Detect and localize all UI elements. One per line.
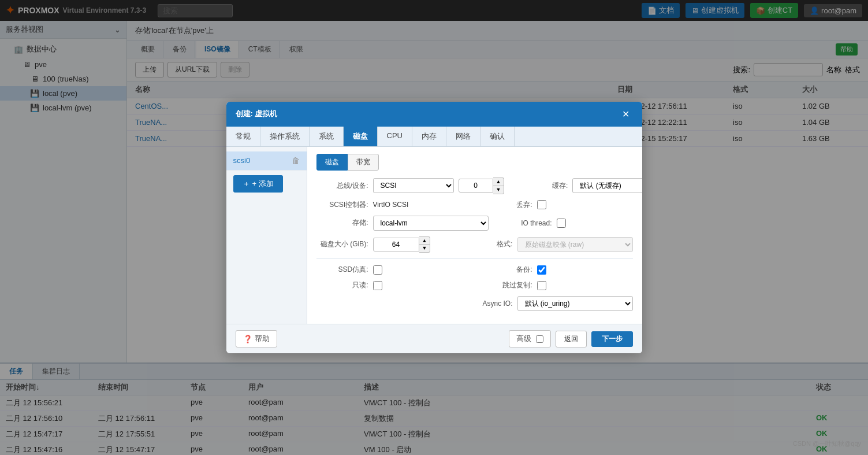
form-row-readonly-skip: 只读: 跳过复制: bbox=[316, 280, 633, 290]
modal-tabs: 常规 操作系统 系统 磁盘 CPU 内存 网络 确认 bbox=[226, 127, 642, 147]
tab-general[interactable]: 常规 bbox=[226, 127, 260, 146]
form-row-size-format: 磁盘大小 (GiB): ▲ ▼ 格式: 原始磁盘映像 (raw) bbox=[316, 236, 633, 253]
add-disk-button[interactable]: ＋ + 添加 bbox=[233, 175, 283, 193]
form-row-async-io: Async IO: 默认 (io_uring) bbox=[316, 296, 633, 311]
modal-title: 创建: 虚拟机 bbox=[236, 109, 278, 119]
async-io-select[interactable]: 默认 (io_uring) bbox=[517, 296, 633, 311]
io-thread-checkbox[interactable] bbox=[557, 219, 566, 228]
async-io-label: Async IO: bbox=[461, 299, 513, 308]
modal-disk-content: 磁盘 带宽 总线/设备: SCSI ▲ ▼ bbox=[307, 147, 642, 324]
tab-disk[interactable]: 磁盘 bbox=[344, 127, 378, 146]
form-row-scsi-discard: SCSI控制器: VirtIO SCSI 丢弃: bbox=[316, 200, 633, 210]
disk-item-scsi0[interactable]: scsi0 🗑 bbox=[226, 151, 307, 171]
modal-overlay: 创建: 虚拟机 ✕ 常规 操作系统 系统 磁盘 CPU 内存 网络 确认 scs… bbox=[0, 0, 868, 455]
modal-header: 创建: 虚拟机 ✕ bbox=[226, 102, 642, 127]
tab-confirm[interactable]: 确认 bbox=[480, 127, 515, 146]
form-group-storage: 存储: local-lvm bbox=[316, 216, 489, 231]
modal-close-button[interactable]: ✕ bbox=[619, 108, 633, 121]
disk-size-spin-down[interactable]: ▼ bbox=[419, 244, 431, 253]
delete-disk-button[interactable]: 🗑 bbox=[292, 156, 300, 165]
form-group-size: 磁盘大小 (GiB): ▲ ▼ bbox=[316, 236, 449, 253]
help-circle-icon: ❓ bbox=[243, 335, 252, 343]
form-group-readonly: 只读: bbox=[316, 280, 469, 290]
form-row-storage-io: 存储: local-lvm IO thread: bbox=[316, 216, 633, 231]
form-group-format: 格式: 原始磁盘映像 (raw) bbox=[461, 236, 633, 253]
form-group-ssd: SSD仿真: bbox=[316, 265, 469, 275]
disk-size-input[interactable] bbox=[373, 238, 419, 251]
advanced-button[interactable]: 高级 bbox=[509, 330, 551, 347]
form-row-bus-cache: 总线/设备: SCSI ▲ ▼ 缓存: bbox=[316, 177, 633, 194]
form-group-cache: 缓存: 默认 (无缓存) bbox=[516, 177, 642, 194]
form-group-backup: 备份: bbox=[480, 265, 633, 275]
modal-sidebar: scsi0 🗑 ＋ + 添加 bbox=[226, 147, 307, 324]
bus-select[interactable]: SCSI bbox=[373, 178, 454, 193]
readonly-checkbox[interactable] bbox=[373, 281, 382, 290]
subtab-disk[interactable]: 磁盘 bbox=[316, 154, 348, 171]
device-spin-down[interactable]: ▼ bbox=[493, 186, 505, 194]
skip-replication-label: 跳过复制: bbox=[480, 280, 532, 290]
discard-checkbox[interactable] bbox=[537, 200, 546, 209]
disk-label-scsi0: scsi0 bbox=[233, 156, 251, 165]
device-spin-up[interactable]: ▲ bbox=[493, 177, 505, 186]
disk-size-num-group: ▲ ▼ bbox=[373, 236, 431, 253]
form-row-ssd-backup: SSD仿真: 备份: bbox=[316, 265, 633, 275]
discard-label: 丢弃: bbox=[480, 200, 532, 210]
form-group-async-io: Async IO: 默认 (io_uring) bbox=[461, 296, 633, 311]
backup-label: 备份: bbox=[480, 265, 532, 275]
disk-size-spin-up[interactable]: ▲ bbox=[419, 236, 431, 245]
scsi-ctrl-value: VirtIO SCSI bbox=[373, 201, 409, 209]
format-select: 原始磁盘映像 (raw) bbox=[517, 237, 633, 252]
bus-device-label: 总线/设备: bbox=[316, 181, 368, 191]
help-button[interactable]: ❓ 帮助 bbox=[236, 330, 277, 347]
cache-select[interactable]: 默认 (无缓存) bbox=[572, 178, 642, 193]
storage-label: 存储: bbox=[316, 218, 368, 228]
device-input[interactable] bbox=[459, 179, 493, 193]
form-group-skip-replication: 跳过复制: bbox=[480, 280, 633, 290]
form-group-bus: 总线/设备: SCSI ▲ ▼ bbox=[316, 177, 505, 194]
disk-size-spinners: ▲ ▼ bbox=[419, 236, 431, 253]
storage-select[interactable]: local-lvm bbox=[373, 216, 489, 231]
disk-size-label: 磁盘大小 (GiB): bbox=[316, 239, 368, 249]
tab-network[interactable]: 网络 bbox=[446, 127, 480, 146]
next-button[interactable]: 下一步 bbox=[591, 331, 633, 347]
form-group-io: IO thread: bbox=[500, 216, 633, 231]
readonly-label: 只读: bbox=[316, 280, 368, 290]
ssd-checkbox[interactable] bbox=[373, 265, 382, 275]
back-button[interactable]: 返回 bbox=[556, 331, 587, 347]
modal-body: scsi0 🗑 ＋ + 添加 磁盘 带宽 总 bbox=[226, 147, 642, 324]
add-icon: ＋ bbox=[243, 179, 250, 189]
advanced-checkbox[interactable] bbox=[536, 335, 543, 343]
modal-sub-tabs: 磁盘 带宽 bbox=[316, 154, 633, 171]
cache-label: 缓存: bbox=[516, 181, 568, 191]
modal-footer: ❓ 帮助 高级 返回 下一步 bbox=[226, 324, 642, 353]
tab-system[interactable]: 系统 bbox=[310, 127, 344, 146]
ssd-label: SSD仿真: bbox=[316, 265, 368, 275]
backup-checkbox[interactable] bbox=[537, 265, 546, 275]
watermark: CSDN @一叶知秋@qqy bbox=[793, 439, 861, 448]
form-group-discard: 丢弃: bbox=[480, 200, 633, 210]
scsi-ctrl-label: SCSI控制器: bbox=[316, 200, 368, 210]
form-divider bbox=[316, 258, 633, 259]
tab-memory[interactable]: 内存 bbox=[412, 127, 446, 146]
subtab-bandwidth[interactable]: 带宽 bbox=[348, 154, 379, 171]
skip-replication-checkbox[interactable] bbox=[537, 281, 546, 290]
device-num-group: ▲ ▼ bbox=[459, 177, 505, 194]
modal-create-vm: 创建: 虚拟机 ✕ 常规 操作系统 系统 磁盘 CPU 内存 网络 确认 scs… bbox=[226, 102, 642, 353]
tab-os[interactable]: 操作系统 bbox=[260, 127, 310, 146]
form-group-scsi: SCSI控制器: VirtIO SCSI bbox=[316, 200, 469, 210]
format-label: 格式: bbox=[461, 239, 513, 249]
device-spinners: ▲ ▼ bbox=[493, 177, 505, 194]
io-thread-label: IO thread: bbox=[500, 219, 552, 227]
tab-cpu[interactable]: CPU bbox=[378, 127, 412, 146]
